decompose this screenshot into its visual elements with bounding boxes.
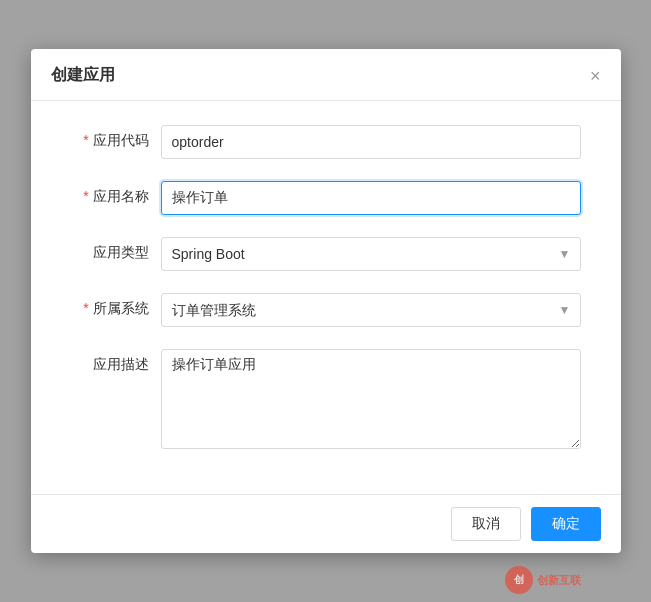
app-type-select[interactable]: Spring Boot bbox=[161, 237, 581, 271]
app-code-label: 应用代码 bbox=[71, 125, 161, 150]
app-desc-field: 应用描述 操作订单应用 bbox=[71, 349, 581, 452]
close-button[interactable]: × bbox=[590, 67, 601, 85]
app-name-field: 应用名称 bbox=[71, 181, 581, 215]
watermark-logo: 创 bbox=[505, 566, 533, 594]
app-system-control: 订单管理系统 ▼ bbox=[161, 293, 581, 327]
app-code-control bbox=[161, 125, 581, 159]
app-code-input[interactable] bbox=[161, 125, 581, 159]
app-name-label: 应用名称 bbox=[71, 181, 161, 206]
app-name-control bbox=[161, 181, 581, 215]
dialog-overlay: 创建应用 × 应用代码 应用名称 应用类型 bbox=[0, 0, 651, 602]
dialog-body: 应用代码 应用名称 应用类型 Spring Boot ▼ bbox=[31, 101, 621, 494]
dialog: 创建应用 × 应用代码 应用名称 应用类型 bbox=[31, 49, 621, 553]
watermark-text: 创新互联 bbox=[537, 573, 581, 588]
app-system-select[interactable]: 订单管理系统 bbox=[161, 293, 581, 327]
confirm-button[interactable]: 确定 bbox=[531, 507, 601, 541]
dialog-header: 创建应用 × bbox=[31, 49, 621, 101]
app-code-field: 应用代码 bbox=[71, 125, 581, 159]
app-type-control: Spring Boot ▼ bbox=[161, 237, 581, 271]
app-name-input[interactable] bbox=[161, 181, 581, 215]
dialog-footer: 取消 确定 bbox=[31, 494, 621, 553]
app-system-label: 所属系统 bbox=[71, 293, 161, 318]
app-desc-textarea[interactable]: 操作订单应用 bbox=[161, 349, 581, 449]
dialog-title: 创建应用 bbox=[51, 65, 115, 86]
app-desc-control: 操作订单应用 bbox=[161, 349, 581, 452]
app-type-field: 应用类型 Spring Boot ▼ bbox=[71, 237, 581, 271]
app-type-label: 应用类型 bbox=[71, 237, 161, 262]
app-system-field: 所属系统 订单管理系统 ▼ bbox=[71, 293, 581, 327]
cancel-button[interactable]: 取消 bbox=[451, 507, 521, 541]
watermark: 创 创新互联 bbox=[505, 566, 581, 594]
app-desc-label: 应用描述 bbox=[71, 349, 161, 374]
